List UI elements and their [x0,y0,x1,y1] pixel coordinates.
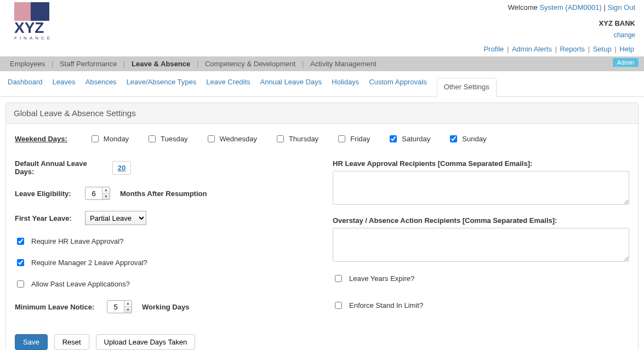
require-mgr2-checkbox[interactable] [17,259,24,266]
header-link-profile[interactable]: Profile [483,45,504,53]
overstay-textarea[interactable] [333,228,629,262]
enforce-standin-checkbox[interactable] [335,302,342,309]
svg-text:XYZ: XYZ [14,19,44,36]
svg-rect-0 [14,2,31,21]
tab-holidays[interactable]: Holidays [332,78,359,96]
tab-other-settings[interactable]: Other Settings [437,78,497,97]
logo: XYZ FINANCE [4,2,73,55]
main-nav-competency-development[interactable]: Competency & Development [201,60,300,68]
tab-annual-leave-days[interactable]: Annual Leave Days [260,78,322,96]
weekend-days-label: Weekend Days: [15,135,67,143]
header-link-help[interactable]: Help [619,45,634,53]
hr-recipients-label: HR Leave Approval Recipients [Comma Sepa… [333,159,629,168]
tab-leave-absence-types[interactable]: Leave/Absence Types [127,78,197,96]
first-year-label: First Year Leave: [15,214,75,222]
admin-badge[interactable]: Admin [613,58,639,67]
weekend-checkbox-sunday[interactable] [450,135,457,142]
weekend-label-monday: Monday [104,135,129,143]
panel-title: Global Leave & Absence Settings [6,103,638,124]
weekend-day-sunday: Sunday [448,134,486,144]
tab-leaves[interactable]: Leaves [53,78,76,96]
svg-rect-1 [31,2,49,21]
weekend-checkbox-friday[interactable] [338,135,345,142]
svg-text:FINANCE: FINANCE [14,36,53,41]
reset-button[interactable]: Reset [54,334,89,350]
enforce-standin-label: Enforce Stand In Limit? [349,301,423,309]
eligibility-input[interactable] [86,187,102,199]
main-nav-employees[interactable]: Employees [5,60,49,68]
eligibility-label: Leave Eligibility: [15,190,75,198]
min-notice-suffix: Working Days [142,303,189,311]
main-nav-staff-performance[interactable]: Staff Performance [55,60,122,68]
weekend-checkbox-wednesday[interactable] [208,135,215,142]
overstay-label: Overstay / Absence Action Recipients [Co… [333,216,629,225]
weekend-label-tuesday: Tuesday [161,135,187,143]
header-link-reports[interactable]: Reports [560,45,585,53]
org-name: XYZ BANK [73,18,635,30]
upload-button[interactable]: Upload Leave Days Taken [96,334,196,350]
weekend-checkbox-monday[interactable] [92,135,99,142]
spinner-down-icon[interactable]: ▼ [102,194,110,200]
weekend-label-thursday: Thursday [289,135,318,143]
header-link-setup[interactable]: Setup [593,45,612,53]
signout-link[interactable]: Sign Out [607,3,635,12]
weekend-day-friday: Friday [336,134,370,144]
leave-years-expire-checkbox[interactable] [335,275,342,282]
logo-icon: XYZ FINANCE [9,2,69,42]
min-notice-label: Minimum Leave Notice: [15,303,97,311]
welcome-prefix: Welcome [508,3,540,12]
tab-leave-credits[interactable]: Leave Credits [206,78,250,96]
weekend-label-saturday: Saturday [402,135,430,143]
require-hr-label: Require HR Leave Approval? [31,237,123,245]
allow-past-checkbox[interactable] [17,280,24,288]
header-link-admin-alerts[interactable]: Admin Alerts [512,45,552,53]
tab-absences[interactable]: Absences [86,78,117,96]
user-link[interactable]: System (ADM0001) [539,3,601,12]
settings-panel: Global Leave & Absence Settings Weekend … [5,102,639,350]
require-hr-checkbox[interactable] [17,238,24,245]
weekend-day-saturday: Saturday [387,134,430,144]
main-nav-activity-management[interactable]: Activity Management [306,60,381,68]
spinner-up-icon[interactable]: ▲ [102,187,110,194]
main-nav-leave-absence[interactable]: Leave & Absence [127,60,195,68]
default-annual-label: Default Annual Leave Days: [15,159,102,176]
main-nav: Employees | Staff Performance | Leave & … [0,56,644,71]
first-year-select[interactable]: Partial Leave [85,211,146,225]
tab-dashboard[interactable]: Dashboard [8,78,43,96]
eligibility-suffix: Months After Resumption [120,190,207,198]
sub-tabs: DashboardLeavesAbsencesLeave/Absence Typ… [0,71,644,97]
weekend-day-wednesday: Wednesday [206,134,257,144]
weekend-label-sunday: Sunday [462,135,486,143]
weekend-day-tuesday: Tuesday [146,134,187,144]
allow-past-label: Allow Past Leave Applications? [31,280,130,288]
require-mgr2-label: Require Manager 2 Leave Approval? [31,259,147,267]
leave-years-expire-label: Leave Years Expire? [349,274,414,283]
min-notice-spinner[interactable]: ▲ ▼ [107,300,132,313]
weekend-checkbox-tuesday[interactable] [149,135,156,142]
weekend-checkbox-saturday[interactable] [390,135,397,142]
weekend-checkbox-thursday[interactable] [277,135,284,142]
save-button[interactable]: Save [15,334,48,350]
spinner-down-icon[interactable]: ▼ [124,307,132,313]
weekend-day-monday: Monday [89,134,129,144]
weekend-day-thursday: Thursday [275,134,318,144]
welcome-line: Welcome System (ADM0001) | Sign Out [73,2,635,14]
change-org-link[interactable]: change [614,31,635,39]
header-links: Profile | Admin Alerts | Reports | Setup… [73,44,635,55]
weekend-label-wednesday: Wednesday [220,135,257,143]
tab-custom-approvals[interactable]: Custom Approvals [369,78,427,96]
weekend-label-friday: Friday [350,135,370,143]
spinner-up-icon[interactable]: ▲ [124,301,132,307]
hr-recipients-textarea[interactable] [333,171,629,205]
eligibility-spinner[interactable]: ▲ ▼ [85,187,110,200]
default-annual-value[interactable]: 20 [112,161,131,175]
min-notice-input[interactable] [107,301,124,313]
